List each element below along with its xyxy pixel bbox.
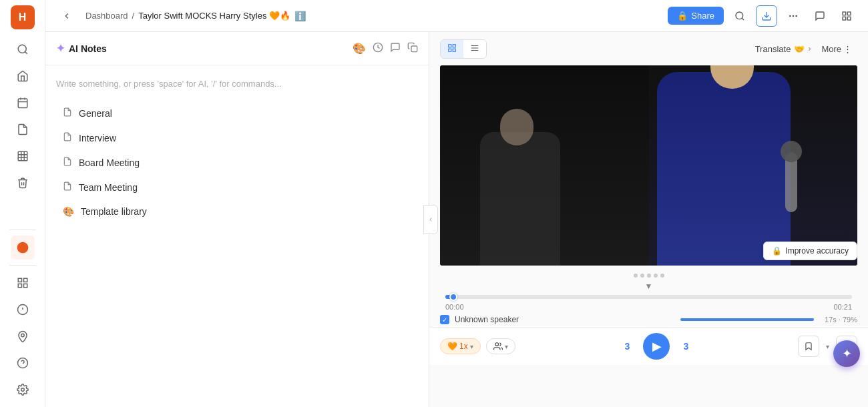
translate-label: Translate — [755, 44, 791, 54]
content-body: ✦ AI Notes 🎨 Write somet — [45, 32, 868, 407]
ai-notes-label: ✦ AI Notes — [56, 42, 345, 55]
nav-settings[interactable] — [11, 378, 35, 402]
svg-point-41 — [495, 343, 499, 346]
notes-item-label-template-library: Template library — [81, 206, 147, 217]
timeline-labels: 00:00 00:21 — [445, 302, 852, 312]
dot-4 — [654, 274, 658, 278]
svg-rect-36 — [449, 49, 451, 51]
breadcrumb-sep: / — [132, 11, 135, 21]
people-chevron-icon: ▾ — [505, 343, 508, 350]
collapse-panel-btn[interactable] — [423, 205, 438, 234]
svg-point-18 — [21, 334, 24, 337]
video-panel: Translate 🤝 › More ⋮ — [429, 32, 868, 407]
dot-5 — [660, 274, 664, 278]
nav-search[interactable] — [11, 37, 35, 61]
bookmark-chevron[interactable]: ▾ — [825, 343, 831, 350]
play-button[interactable]: ▶ — [643, 333, 670, 360]
improve-accuracy-btn[interactable]: 🔒 Improve accuracy — [763, 242, 857, 260]
nav-billing[interactable] — [11, 298, 35, 322]
lock-icon: 🔒 — [677, 11, 688, 21]
collapse-sidebar-btn[interactable] — [56, 5, 77, 27]
grid-button[interactable] — [836, 5, 857, 27]
chat-button[interactable] — [809, 5, 831, 27]
app-logo[interactable]: H — [11, 5, 35, 29]
play-icon: ▶ — [652, 339, 662, 354]
speaker-duration: 17s · 79% — [825, 316, 857, 324]
svg-rect-34 — [449, 44, 451, 47]
nav-help[interactable] — [11, 351, 35, 375]
skip-forward-label: 3 — [683, 341, 688, 352]
notes-item-board-meeting[interactable]: Board Meeting — [56, 151, 418, 173]
translate-chevron-icon: › — [808, 44, 811, 53]
skip-back-button[interactable]: 3 — [616, 336, 638, 357]
nav-table[interactable] — [11, 144, 35, 168]
nav-calendar[interactable] — [11, 91, 35, 115]
notes-editor[interactable]: Write something, or press 'space' for AI… — [45, 65, 429, 407]
view-toggle — [440, 39, 487, 59]
svg-point-21 — [21, 388, 24, 392]
bottom-controls: 🧡 1x ▾ ▾ 3 ▶ 3 — [429, 327, 868, 365]
grid-view-btn[interactable] — [441, 40, 463, 58]
fab-button[interactable]: ✦ — [833, 340, 860, 367]
header-actions: 🔒 Share — [668, 5, 857, 27]
share-button[interactable]: 🔒 Share — [668, 7, 724, 25]
svg-rect-28 — [843, 12, 846, 15]
people-button[interactable]: ▾ — [486, 338, 515, 354]
notes-panel: ✦ AI Notes 🎨 Write somet — [45, 32, 429, 407]
nav-trash[interactable] — [11, 171, 35, 195]
timeline-handle[interactable] — [449, 293, 457, 301]
left-sidebar: H — [0, 0, 45, 407]
template-icon: 🎨 — [63, 206, 74, 217]
nav-notes[interactable] — [11, 117, 35, 141]
translate-emoji: 🤝 — [794, 44, 805, 54]
more-button[interactable]: More ⋮ — [816, 41, 857, 57]
timeline-expand-arrow[interactable]: ▼ — [440, 280, 857, 292]
skip-back-label: 3 — [624, 341, 630, 352]
speed-chevron-icon: ▾ — [470, 343, 473, 350]
svg-point-25 — [789, 15, 791, 17]
doc-icon-team-meeting — [63, 181, 72, 193]
chat-notes-icon[interactable] — [390, 42, 401, 55]
timeline-area: ▼ 00:00 00:21 ✓ Unknown speaker — [429, 271, 868, 327]
nav-integrations[interactable] — [11, 271, 35, 295]
notes-toolbar: ✦ AI Notes 🎨 — [45, 32, 429, 65]
nav-location[interactable] — [11, 324, 35, 348]
breadcrumb-home[interactable]: Dashboard — [85, 11, 128, 21]
bookmark-button[interactable] — [798, 336, 819, 357]
dot-3 — [647, 274, 651, 278]
doc-icon-board-meeting — [63, 157, 72, 168]
speaker-row: ✓ Unknown speaker 17s · 79% — [440, 312, 857, 327]
svg-rect-31 — [847, 17, 851, 20]
video-panel-toolbar: Translate 🤝 › More ⋮ — [429, 32, 868, 65]
speed-button[interactable]: 🧡 1x ▾ — [440, 338, 481, 354]
search-button[interactable] — [729, 5, 750, 27]
clock-icon[interactable] — [373, 42, 383, 55]
people-icon — [493, 342, 503, 351]
svg-rect-37 — [453, 49, 455, 51]
svg-rect-12 — [23, 278, 27, 282]
translate-button[interactable]: Translate 🤝 › — [755, 44, 811, 54]
notes-item-template-library[interactable]: 🎨 Template library — [56, 201, 418, 222]
notes-item-label-general: General — [79, 108, 112, 119]
speaker-label: Unknown speaker — [455, 315, 670, 324]
notes-item-label-team-meeting: Team Meeting — [79, 182, 138, 193]
info-icon[interactable]: ℹ️ — [294, 11, 306, 21]
main-content: Dashboard / Taylor Swift MOCKS Harry Sty… — [45, 0, 868, 407]
spark-icon: ✦ — [56, 42, 65, 55]
notes-item-team-meeting[interactable]: Team Meeting — [56, 176, 418, 198]
list-view-btn[interactable] — [463, 40, 486, 58]
color-palette-icon[interactable]: 🎨 — [353, 42, 366, 55]
nav-home[interactable] — [11, 64, 35, 88]
skip-forward-button[interactable]: 3 — [675, 336, 696, 357]
nav-active-section[interactable] — [11, 236, 35, 260]
timeline-track[interactable] — [445, 295, 852, 299]
notes-item-general[interactable]: General — [56, 102, 418, 124]
speaker-checkbox[interactable]: ✓ — [440, 315, 449, 324]
svg-line-23 — [742, 18, 744, 20]
notes-item-interview[interactable]: Interview — [56, 127, 418, 149]
svg-rect-14 — [23, 284, 27, 288]
more-options-button[interactable] — [783, 5, 804, 27]
copy-icon[interactable] — [407, 42, 418, 55]
timeline-dots — [440, 271, 857, 280]
download-button[interactable] — [756, 5, 777, 27]
